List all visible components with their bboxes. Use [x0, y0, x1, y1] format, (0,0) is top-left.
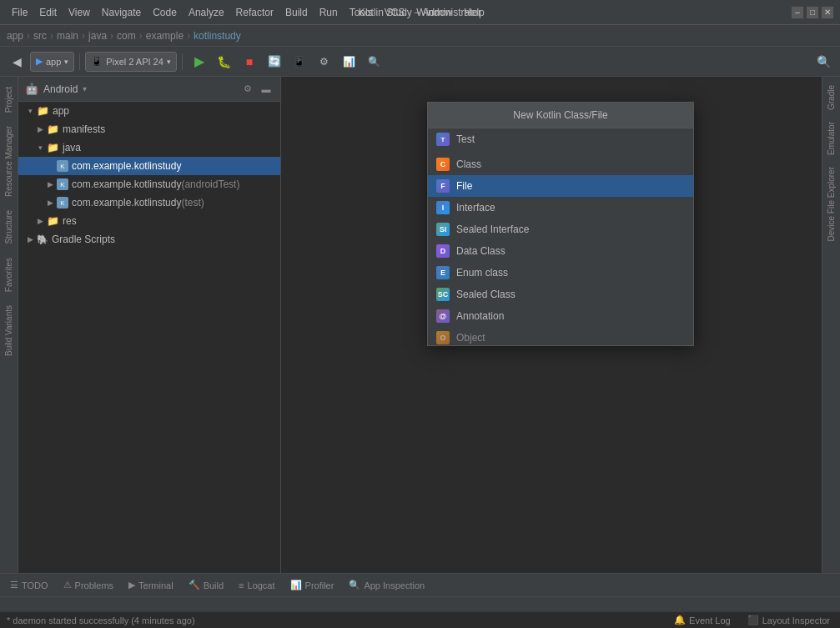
stop-btn[interactable]: ■: [238, 50, 261, 73]
project-panel: 🤖 Android ▾ ⚙ ▬ ▾ 📁 app ▶ 📁 manifests: [18, 77, 281, 573]
menu-code[interactable]: Code: [148, 5, 182, 20]
sync-btn[interactable]: 🔄: [263, 50, 286, 73]
dialog-item-annotation[interactable]: @ Annotation: [428, 305, 693, 327]
menu-analyze[interactable]: Analyze: [184, 5, 229, 20]
data-class-icon: D: [436, 244, 450, 258]
bottom-tab-problems[interactable]: ⚠ Problems: [57, 575, 120, 596]
sidebar-tab-project[interactable]: Project: [3, 83, 15, 116]
search-everywhere-btn[interactable]: 🔍: [812, 50, 835, 73]
tree-item-manifests[interactable]: ▶ 📁 manifests: [18, 120, 280, 138]
tree-item-pkg-androidtest[interactable]: ▶ K com.example.kotlinstudy (androidTest…: [18, 175, 280, 193]
tree-item-java[interactable]: ▾ 📁 java: [18, 138, 280, 157]
debug-btn[interactable]: 🐛: [213, 50, 236, 73]
file-icon: F: [436, 179, 450, 193]
dialog-title: New Kotlin Class/File: [428, 103, 693, 128]
dialog-item-enum-class[interactable]: E Enum class: [428, 262, 693, 284]
right-tab-device-file-explorer[interactable]: Device File Explorer: [825, 162, 837, 246]
dialog-item-interface[interactable]: I Interface: [428, 197, 693, 219]
folder-icon-java: 📁: [47, 142, 59, 153]
breadcrumb-com[interactable]: com: [117, 30, 136, 42]
bottom-tab-logcat[interactable]: ≡ Logcat: [232, 575, 281, 596]
sidebar-tab-favorites[interactable]: Favorites: [3, 254, 15, 295]
dialog-item-test-label: Test: [456, 133, 475, 145]
avd-btn[interactable]: 📱: [288, 50, 311, 73]
pkg-icon-test: K: [57, 197, 68, 208]
editor-area: New Kotlin Class/File T Test C: [281, 77, 840, 573]
dialog-item-data-class[interactable]: D Data Class: [428, 240, 693, 262]
bottom-tab-build-label: Build: [204, 580, 224, 590]
tree-label-test-suffix: (test): [181, 197, 204, 208]
project-settings-btn[interactable]: ⚙: [240, 82, 255, 97]
class-icon: C: [436, 158, 450, 171]
tree-item-res[interactable]: ▶ 📁 res: [18, 212, 280, 230]
bottom-tab-build[interactable]: 🔨 Build: [182, 575, 230, 596]
toolbar-sep-1: [79, 53, 80, 70]
tree-item-pkg-test[interactable]: ▶ K com.example.kotlinstudy (test): [18, 193, 280, 212]
dialog-item-test[interactable]: T Test: [428, 128, 693, 150]
breadcrumb-sep-3: ›: [82, 30, 85, 42]
breadcrumb-example[interactable]: example: [146, 30, 184, 42]
bottom-tab-app-inspection[interactable]: 🔍 App Inspection: [342, 575, 431, 596]
layout-inspector-label: Layout Inspector: [762, 615, 830, 625]
breadcrumb-src[interactable]: src: [33, 30, 47, 42]
gradle-icon: 🐘: [37, 234, 48, 245]
tree-arrow-pkg-androidtest: ▶: [45, 179, 55, 189]
menu-refactor[interactable]: Refactor: [231, 5, 279, 20]
menu-run[interactable]: Run: [314, 5, 343, 20]
layout-inspector-btn[interactable]: ⬛ Layout Inspector: [744, 614, 833, 626]
build-icon: 🔨: [189, 580, 200, 590]
dialog-item-object[interactable]: O Object: [428, 327, 693, 345]
tree-item-app[interactable]: ▾ 📁 app: [18, 102, 280, 120]
dialog-item-class[interactable]: C Class: [428, 153, 693, 175]
tree-item-pkg-main[interactable]: K com.example.kotlinstudy: [18, 157, 280, 175]
menu-navigate[interactable]: Navigate: [97, 5, 146, 20]
tree-arrow-manifests: ▶: [35, 124, 45, 134]
close-button[interactable]: ✕: [822, 7, 833, 18]
dialog-item-sealed-class[interactable]: SC Sealed Class: [428, 284, 693, 305]
inspect-btn[interactable]: 🔍: [363, 50, 386, 73]
tree-arrow-app: ▾: [25, 106, 35, 116]
sealed-class-icon: SC: [436, 288, 450, 301]
breadcrumb-kotlinstudy[interactable]: kotlinstudy: [194, 30, 241, 42]
tree-label-androidtest-suffix: (androidTest): [181, 178, 239, 190]
title-bar: File Edit View Navigate Code Analyze Ref…: [0, 0, 840, 25]
profile-btn[interactable]: 📊: [338, 50, 361, 73]
breadcrumb-app[interactable]: app: [7, 30, 23, 42]
maximize-button[interactable]: □: [807, 7, 818, 18]
breadcrumb-java[interactable]: java: [88, 30, 107, 42]
toolbar-app-combo[interactable]: ▶ app ▾: [30, 52, 74, 72]
event-log-btn[interactable]: 🔔 Event Log: [671, 614, 734, 626]
sidebar-tab-resource-manager[interactable]: Resource Manager: [3, 123, 15, 200]
toolbar-device-combo[interactable]: 📱 Pixel 2 API 24 ▾: [85, 52, 177, 72]
bottom-tab-todo[interactable]: ☰ TODO: [3, 575, 55, 596]
menu-file[interactable]: File: [7, 5, 33, 20]
tree-label-pkg-androidtest: com.example.kotlinstudy: [72, 178, 181, 190]
sdk-btn[interactable]: ⚙: [313, 50, 336, 73]
right-tab-gradle[interactable]: Gradle: [825, 80, 837, 115]
menu-view[interactable]: View: [63, 5, 95, 20]
menu-build[interactable]: Build: [280, 5, 313, 20]
right-tab-emulator[interactable]: Emulator: [825, 117, 837, 160]
status-bar: * daemon started successfully (4 minutes…: [0, 611, 840, 628]
toolbar-sep-2: [182, 53, 183, 70]
toolbar-back-btn[interactable]: ◀: [5, 50, 28, 73]
dialog-item-sealed-interface[interactable]: SI Sealed Interface: [428, 219, 693, 240]
project-collapse-btn[interactable]: ▬: [259, 82, 274, 97]
bottom-tab-todo-label: TODO: [22, 580, 48, 590]
bottom-tab-app-inspection-label: App Inspection: [364, 580, 425, 590]
run-btn[interactable]: ▶: [188, 50, 211, 73]
tree-item-gradle[interactable]: ▶ 🐘 Gradle Scripts: [18, 230, 280, 249]
menu-edit[interactable]: Edit: [34, 5, 62, 20]
minimize-button[interactable]: –: [792, 7, 803, 18]
layout-inspector-icon: ⬛: [747, 615, 759, 625]
project-view-dropdown-arrow[interactable]: ▾: [83, 84, 87, 93]
bottom-tab-profiler[interactable]: 📊 Profiler: [284, 575, 341, 596]
folder-icon-manifests: 📁: [47, 123, 59, 135]
sidebar-tab-structure[interactable]: Structure: [3, 207, 15, 248]
profiler-icon: 📊: [290, 580, 302, 590]
bottom-tab-terminal[interactable]: ▶ Terminal: [122, 575, 180, 596]
sidebar-tab-build-variants[interactable]: Build Variants: [3, 302, 15, 359]
tree-arrow-pkg-test: ▶: [45, 198, 55, 208]
breadcrumb-main[interactable]: main: [57, 30, 78, 42]
dialog-item-file[interactable]: F File: [428, 175, 693, 197]
